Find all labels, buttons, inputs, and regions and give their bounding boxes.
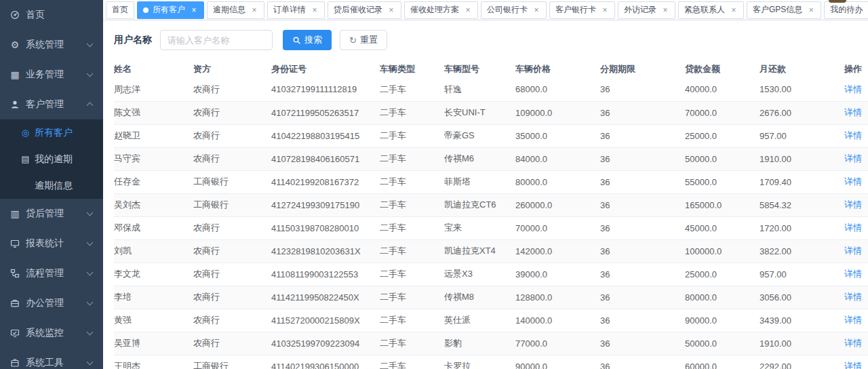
tab-8[interactable]: 外访记录× — [618, 1, 675, 19]
detail-link[interactable]: 详情 — [844, 246, 862, 256]
tab-9[interactable]: 紧急联系人× — [678, 1, 744, 19]
close-icon[interactable]: × — [387, 6, 395, 14]
sidebar-item-label: 流程管理 — [26, 267, 87, 279]
table-cell: 50000.0 — [685, 332, 760, 355]
table-cell: 卡罗拉 — [444, 355, 515, 369]
table-cell: 工商银行 — [193, 170, 271, 193]
table-cell: 英仕派 — [444, 309, 515, 332]
table-cell: 农商行 — [193, 332, 271, 355]
table-cell: 传祺M8 — [444, 286, 515, 309]
tab-0[interactable]: 首页 — [106, 1, 134, 19]
tab-10[interactable]: 客户GPS信息× — [747, 1, 821, 19]
sidebar-item-1[interactable]: ⚙系统管理 — [0, 30, 103, 60]
sidebar-item-5[interactable]: 报表统计 — [0, 229, 103, 258]
close-icon[interactable]: × — [807, 6, 815, 14]
column-header: 操作 — [844, 60, 868, 78]
detail-link[interactable]: 详情 — [844, 361, 862, 369]
submenu-item-0[interactable]: ◎所有客户 — [0, 119, 103, 146]
tab-5[interactable]: 催收处理方案× — [404, 1, 478, 19]
table-cell: 宝来 — [444, 216, 515, 239]
detail-link[interactable]: 详情 — [844, 292, 862, 302]
tab-bar: 首页所有客户×逾期信息×订单详情×贷后催收记录×催收处理方案×公司银行卡×客户银… — [103, 0, 868, 20]
table-cell: 农商行 — [193, 216, 271, 239]
sidebar-item-9[interactable]: 系统工具 — [0, 348, 103, 369]
close-icon[interactable]: × — [311, 6, 319, 14]
table-cell-actions: 详情 — [844, 124, 868, 147]
sidebar-item-4[interactable]: ▥贷后管理 — [0, 199, 103, 229]
tab-6[interactable]: 公司银行卡× — [481, 1, 547, 19]
customer-name-input[interactable] — [160, 30, 273, 50]
detail-link[interactable]: 详情 — [844, 338, 862, 348]
column-header: 车辆型号 — [444, 60, 515, 78]
close-icon[interactable]: × — [601, 6, 609, 14]
submenu-item-1[interactable]: ▤我的逾期 — [0, 146, 103, 172]
detail-link[interactable]: 详情 — [844, 153, 862, 163]
table-cell: 36 — [600, 124, 685, 147]
chevron-down-icon — [87, 329, 94, 336]
table-cell: 农商行 — [193, 263, 271, 286]
detail-link[interactable]: 详情 — [844, 107, 862, 117]
table-cell-actions: 详情 — [844, 332, 868, 355]
tab-label: 我的待办 — [830, 4, 863, 16]
tab-3[interactable]: 订单详情× — [267, 1, 325, 19]
tab-11[interactable]: 我的待办× — [824, 1, 868, 19]
table-cell: 41142119950822450X — [271, 286, 380, 309]
table-cell: 传祺M6 — [444, 147, 515, 170]
table-cell: 二手车 — [380, 286, 444, 309]
detail-link[interactable]: 详情 — [844, 130, 862, 140]
tab-label: 催收处理方案 — [410, 4, 459, 16]
close-icon[interactable]: × — [250, 6, 258, 14]
sidebar-item-3[interactable]: 客户管理 — [0, 90, 103, 119]
sidebar-nav: 首页⚙系统管理▦业务管理客户管理◎所有客户▤我的逾期逾期信息▥贷后管理报表统计流… — [0, 0, 103, 369]
table-row-partial: 王明杰工商银行411402199306150000二手车卡罗拉90000.036… — [114, 355, 868, 369]
sidebar-item-8[interactable]: 系统监控 — [0, 318, 103, 348]
tab-2[interactable]: 逾期信息× — [207, 1, 264, 19]
tab-label: 客户银行卡 — [555, 4, 596, 16]
close-icon[interactable]: × — [464, 6, 472, 14]
close-icon[interactable]: × — [661, 6, 669, 14]
table-cell: 凯迪拉克CT6 — [444, 193, 515, 216]
chevron-down-icon — [87, 210, 94, 216]
sidebar-item-2[interactable]: ▦业务管理 — [0, 60, 103, 90]
table-cell-actions: 详情 — [844, 193, 868, 216]
detail-link[interactable]: 详情 — [844, 199, 862, 210]
column-header: 资方 — [193, 60, 271, 78]
tab-4[interactable]: 贷后催收记录× — [328, 1, 401, 19]
table-cell: 农商行 — [193, 147, 271, 170]
table-cell: 马守宾 — [114, 147, 193, 170]
detail-link[interactable]: 详情 — [844, 176, 862, 187]
tab-1[interactable]: 所有客户× — [137, 1, 204, 19]
tab-label: 公司银行卡 — [487, 4, 528, 16]
sidebar-item-0[interactable]: 首页 — [0, 0, 103, 30]
table-cell-actions: 详情 — [844, 239, 868, 263]
table-cell: 36 — [600, 216, 685, 239]
table-cell: 二手车 — [380, 170, 444, 193]
table-cell: 80000.0 — [685, 286, 760, 309]
search-button[interactable]: 搜索 — [283, 30, 332, 50]
detail-link[interactable]: 详情 — [844, 84, 862, 94]
table-cell: 70000.0 — [685, 101, 760, 124]
close-icon[interactable]: × — [730, 6, 738, 14]
all-customers-icon: ◎ — [20, 128, 31, 138]
table-row: 周志洋农商行410327199111112819二手车轩逸68000.03640… — [114, 78, 868, 101]
close-icon[interactable]: × — [190, 6, 198, 14]
sidebar-item-label: 业务管理 — [26, 69, 87, 81]
search-icon — [292, 36, 301, 45]
chevron-down-icon — [87, 269, 94, 276]
tab-7[interactable]: 客户银行卡× — [549, 1, 615, 19]
detail-link[interactable]: 详情 — [844, 315, 862, 325]
submenu-item-2[interactable]: 逾期信息 — [0, 172, 103, 199]
sidebar-item-6[interactable]: 流程管理 — [0, 258, 103, 288]
table-cell: 90000.0 — [685, 309, 760, 332]
chevron-down-icon — [87, 299, 94, 306]
detail-link[interactable]: 详情 — [844, 269, 862, 279]
tab-label: 首页 — [112, 4, 128, 16]
search-button-label: 搜索 — [304, 34, 322, 46]
close-icon[interactable]: × — [532, 6, 540, 14]
table-cell: 36 — [600, 239, 685, 263]
detail-link[interactable]: 详情 — [844, 222, 862, 233]
table-cell: 二手车 — [380, 355, 444, 369]
table-cell: 36 — [600, 309, 685, 332]
reset-button[interactable]: ↻ 重置 — [340, 30, 387, 50]
sidebar-item-7[interactable]: 办公管理 — [0, 288, 103, 318]
